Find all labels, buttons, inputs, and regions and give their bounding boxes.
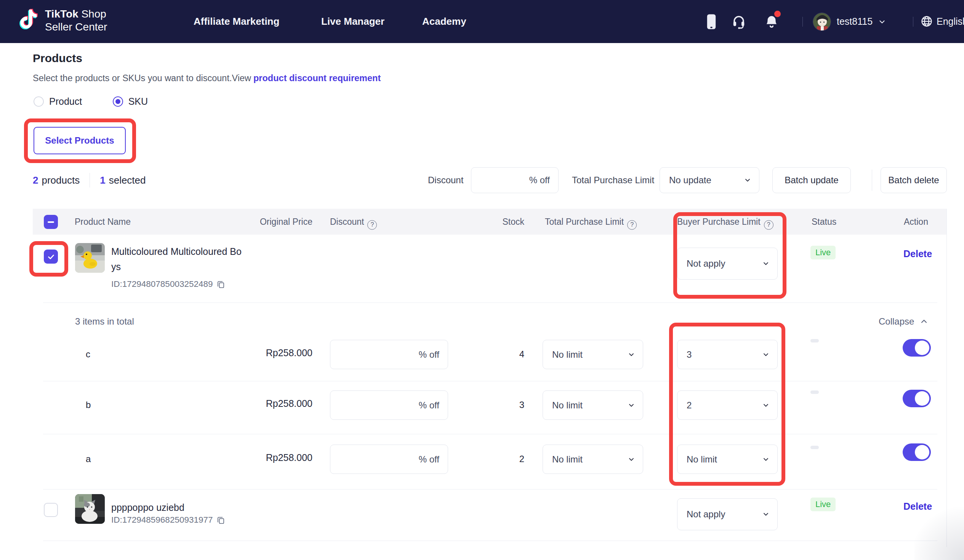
sku-active-toggle[interactable] — [903, 443, 931, 461]
question-circle-icon[interactable]: ? — [627, 220, 637, 230]
copy-icon[interactable] — [217, 516, 225, 524]
avatar[interactable] — [813, 13, 831, 31]
sku-buyer-purchase-limit-value: 2 — [687, 400, 692, 411]
batch-discount-input[interactable] — [480, 175, 526, 186]
sku-status-placeholder — [811, 391, 819, 394]
nav-live-manager[interactable]: Live Manager — [321, 0, 384, 43]
product-discount-requirement-link[interactable]: product discount requirement — [253, 73, 381, 83]
nav-academy[interactable]: Academy — [422, 0, 466, 43]
row2-checkbox[interactable] — [44, 503, 58, 517]
row1-product-image-duck — [75, 243, 105, 273]
sku-status-placeholder — [811, 446, 819, 449]
sku-active-toggle[interactable] — [903, 390, 931, 407]
sku-discount-field: % off — [330, 391, 448, 420]
headset-support-icon[interactable] — [731, 15, 746, 31]
sku-active-toggle[interactable] — [903, 339, 931, 357]
chevron-down-icon — [878, 18, 886, 26]
chevron-down-icon — [762, 511, 770, 518]
percent-off-suffix: % off — [419, 400, 439, 411]
row2-delete-link[interactable]: Delete — [904, 501, 932, 512]
selection-counts: 2 products 1 selected — [33, 167, 146, 193]
sku-total-purchase-limit-value: No limit — [552, 454, 583, 465]
batch-total-purchase-limit-value: No update — [669, 175, 712, 186]
row2-product-name: ppppoppo uziebd — [111, 500, 184, 515]
discount-toolbar-label: Discount — [428, 167, 463, 193]
total-purchase-limit-toolbar-label: Total Purchase Limit — [572, 167, 654, 193]
sku-row-stock: 2 — [448, 454, 524, 464]
row1-buyer-purchase-limit-value: Not apply — [687, 258, 725, 269]
sku-row-price: Rp258.000 — [236, 398, 313, 409]
sku-row-stock: 4 — [448, 349, 524, 360]
chevron-down-icon — [744, 176, 751, 184]
batch-total-purchase-limit-select[interactable]: No update — [659, 167, 759, 193]
sku-row-name: b — [86, 400, 91, 410]
sku-total-purchase-limit-value: No limit — [552, 400, 583, 411]
row-separator — [43, 489, 937, 490]
selection-mode-radios: Product SKU — [34, 96, 148, 109]
page-title: Products — [33, 52, 82, 65]
chevron-down-icon — [627, 402, 635, 409]
language-selector[interactable]: English — [936, 0, 964, 43]
sku-discount-input[interactable] — [339, 349, 416, 360]
sku-buyer-purchase-limit-select[interactable]: 3 — [677, 340, 778, 369]
sku-buyer-purchase-limit-select[interactable]: 2 — [677, 391, 778, 420]
row1-status-badge: Live — [811, 246, 835, 259]
radio-product-label[interactable]: Product — [49, 96, 82, 107]
chevron-down-icon — [762, 351, 770, 358]
row1-product-id-text: ID:1729480785003252489 — [111, 279, 213, 289]
chevron-down-icon — [762, 402, 770, 409]
top-nav: TikTok Shop Seller Center Affiliate Mark… — [0, 0, 964, 43]
user-menu[interactable]: test8115 — [837, 0, 886, 43]
row1-product-name: Multicoloured Multicoloured Boys — [111, 244, 243, 274]
batch-update-button[interactable]: Batch update — [772, 167, 851, 193]
chevron-down-icon — [762, 456, 770, 463]
col-buyer-purchase-limit: Buyer Purchase Limit? — [677, 209, 773, 234]
col-discount: Discount? — [330, 209, 377, 234]
brand-logo[interactable]: TikTok Shop Seller Center — [18, 8, 107, 34]
brand-text: TikTok Shop Seller Center — [45, 8, 107, 34]
table-bottom-separator — [43, 540, 937, 541]
copy-icon[interactable] — [217, 280, 225, 289]
notification-badge-dot — [774, 11, 781, 17]
row1-buyer-purchase-limit-select[interactable]: Not apply — [677, 247, 778, 280]
select-all-checkbox[interactable] — [44, 215, 58, 229]
select-products-button[interactable]: Select Products — [34, 127, 126, 154]
row2-buyer-purchase-limit-select[interactable]: Not apply — [677, 498, 778, 530]
col-discount-label: Discount — [330, 217, 364, 227]
sku-total-purchase-limit-select[interactable]: No limit — [542, 391, 643, 420]
col-buyer-purchase-limit-label: Buyer Purchase Limit — [677, 217, 760, 227]
language-label: English — [936, 16, 964, 27]
brand-line2: Seller Center — [45, 21, 107, 33]
col-product-name: Product Name — [75, 209, 131, 234]
chevron-down-icon — [627, 351, 635, 358]
row2-product-id: ID:1729485968250931977 — [111, 515, 225, 525]
collapse-toggle[interactable]: Collapse — [879, 316, 928, 327]
selected-count: 1 — [100, 174, 105, 186]
mobile-app-icon[interactable] — [706, 14, 717, 31]
percent-off-suffix: % off — [419, 349, 439, 360]
sku-total-purchase-limit-select[interactable]: No limit — [542, 444, 643, 474]
sku-discount-field: % off — [330, 444, 448, 474]
row1-delete-link[interactable]: Delete — [904, 248, 932, 259]
question-circle-icon[interactable]: ? — [764, 220, 773, 230]
username: test8115 — [837, 16, 873, 27]
radio-sku[interactable] — [113, 96, 123, 107]
question-circle-icon[interactable]: ? — [367, 220, 377, 230]
col-total-purchase-limit-label: Total Purchase Limit — [545, 217, 624, 227]
products-count-label: products — [42, 174, 80, 186]
col-action: Action — [904, 209, 928, 234]
sku-total-purchase-limit-value: No limit — [552, 349, 583, 360]
radio-product[interactable] — [34, 96, 44, 107]
sku-buyer-purchase-limit-select[interactable]: No limit — [677, 444, 778, 474]
sku-discount-input[interactable] — [339, 400, 416, 411]
chevron-down-icon — [762, 260, 770, 267]
sku-status-placeholder — [811, 339, 819, 342]
row1-checkbox[interactable] — [44, 249, 58, 264]
sku-discount-input[interactable] — [339, 454, 416, 465]
radio-sku-label[interactable]: SKU — [129, 96, 148, 107]
nav-affiliate-marketing[interactable]: Affiliate Marketing — [194, 0, 279, 43]
sku-total-purchase-limit-select[interactable]: No limit — [542, 340, 643, 369]
batch-delete-button[interactable]: Batch delete — [881, 167, 947, 193]
row2-product-image-cat — [75, 494, 105, 524]
row2-buyer-purchase-limit-value: Not apply — [687, 509, 725, 519]
